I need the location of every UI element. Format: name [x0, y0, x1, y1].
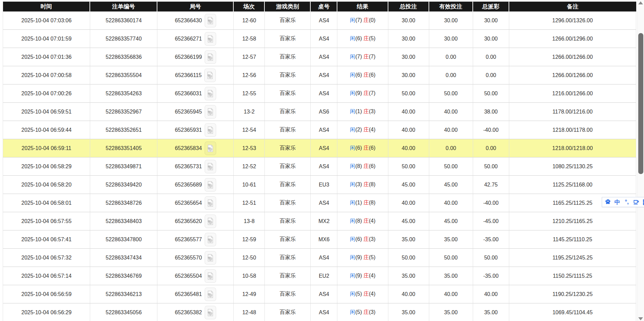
cell-total_bet[interactable]: 45.00 [388, 176, 429, 194]
cell-total_bet[interactable]: 45.00 [388, 212, 429, 230]
table-row[interactable]: 2025-10-04 06:59:51522863352967652365945… [3, 103, 636, 121]
cell-time: 2025-10-04 06:58:29 [3, 157, 90, 176]
table-row[interactable]: 2025-10-04 06:56:59522863346213652365481… [3, 285, 636, 303]
cell-remark: 1218.00/1178.00 [509, 121, 636, 139]
cell-session: 12-50 [234, 249, 265, 267]
cell-round_id: 652365689 [157, 176, 234, 194]
video-replay-button[interactable] [205, 123, 216, 137]
cell-remark: 1150.25/1115.25 [509, 267, 636, 285]
chinese-mode-toggle[interactable]: 中 [614, 198, 621, 206]
cell-total_bet[interactable]: 50.00 [388, 157, 429, 176]
cell-table_no: AS4 [311, 84, 337, 103]
cell-session: 10-61 [234, 176, 265, 194]
cell-result: 闲(5) 庄(3) [337, 303, 388, 321]
player-result-label: 闲 [350, 108, 355, 114]
table-row[interactable]: 2025-10-04 06:56:29522863345056652365382… [3, 303, 636, 321]
cell-bet_id: 522863349871 [90, 157, 157, 176]
cell-total_bet[interactable]: 35.00 [388, 267, 429, 285]
table-row[interactable]: 2025-10-04 06:57:55522863348403652365620… [3, 212, 636, 230]
scroll-down-arrow-icon[interactable] [638, 317, 643, 320]
table-row[interactable]: 2025-10-04 06:57:41522863347800652365577… [3, 230, 636, 249]
cell-total_bet[interactable]: 40.00 [388, 194, 429, 212]
cell-total_bet[interactable]: 40.00 [388, 285, 429, 303]
tools-grid-icon[interactable] [642, 198, 644, 206]
banker-result-label: 庄 [363, 35, 369, 41]
round-id-value: 652365504 [175, 273, 202, 279]
video-replay-button[interactable] [205, 233, 216, 246]
table-row[interactable]: 2025-10-04 06:58:29522863349871652365731… [3, 157, 636, 176]
banker-result-label: 庄 [363, 291, 369, 297]
cell-session: 12-59 [234, 230, 265, 249]
vertical-scrollbar-thumb[interactable] [638, 33, 643, 174]
cell-session: 12-56 [234, 66, 265, 84]
table-row[interactable]: 2025-10-04 07:03:06522863360174652366430… [3, 11, 636, 30]
cell-total_bet[interactable]: 35.00 [388, 303, 429, 321]
cell-remark: 1216.00/1266.00 [509, 84, 636, 103]
table-row[interactable]: 2025-10-04 06:59:11522863351405652365834… [3, 139, 636, 157]
cell-total_bet[interactable]: 30.00 [388, 48, 429, 66]
video-replay-button[interactable] [205, 14, 216, 27]
cell-table_no: AS4 [311, 139, 337, 157]
cell-total_bet[interactable]: 35.00 [388, 230, 429, 249]
cell-payout: 42.75 [473, 176, 509, 194]
video-replay-button[interactable] [205, 306, 216, 319]
round-id-value: 652365945 [175, 109, 202, 115]
player-result-label: 闲 [350, 181, 355, 187]
video-replay-button[interactable] [205, 160, 216, 173]
player-result-label: 闲 [350, 17, 355, 23]
cell-total_bet[interactable]: 30.00 [388, 30, 429, 48]
cell-remark: 1195.25/1245.25 [509, 249, 636, 267]
scroll-up-arrow-icon[interactable] [638, 1, 643, 4]
cell-round_id: 652365654 [157, 194, 234, 212]
table-row[interactable]: 2025-10-04 06:57:14522863346769652365504… [3, 267, 636, 285]
table-row[interactable]: 2025-10-04 06:57:32522863347434652365570… [3, 249, 636, 267]
cell-total_bet[interactable]: 30.00 [388, 11, 429, 30]
video-replay-button[interactable] [205, 178, 216, 192]
vertical-scrollbar-track[interactable] [637, 0, 644, 321]
column-header-valid_bet: 有效投注 [429, 2, 473, 11]
video-replay-button[interactable] [205, 50, 216, 64]
video-replay-button[interactable] [205, 215, 216, 228]
cell-remark: 1218.00/1218.00 [509, 139, 636, 157]
video-replay-button[interactable] [205, 105, 216, 119]
video-replay-button[interactable] [205, 269, 216, 283]
banker-result-label: 庄 [363, 273, 369, 278]
cell-time: 2025-10-04 06:56:29 [3, 303, 90, 321]
table-row[interactable]: 2025-10-04 06:58:20522863349420652365689… [3, 176, 636, 194]
input-board-icon[interactable] [633, 198, 640, 206]
cell-bet_id: 522863356836 [90, 48, 157, 66]
video-replay-button[interactable] [205, 196, 216, 210]
round-id-value: 652365481 [175, 291, 202, 297]
table-row[interactable]: 2025-10-04 06:58:01522863348726652365654… [3, 194, 636, 212]
cell-total_bet[interactable]: 50.00 [388, 84, 429, 103]
video-replay-button[interactable] [205, 288, 216, 301]
column-header-time: 时间 [3, 2, 90, 11]
cell-total_bet[interactable]: 30.00 [388, 66, 429, 84]
cell-payout: 35.00 [473, 303, 509, 321]
video-replay-button[interactable] [205, 251, 216, 265]
player-result-value: (9) [355, 90, 363, 96]
banker-result-value: (4) [369, 291, 376, 297]
table-row[interactable]: 2025-10-04 06:59:44522863352651652365931… [3, 121, 636, 139]
cell-bet_id: 522863349420 [90, 176, 157, 194]
video-replay-button[interactable] [204, 69, 216, 82]
cell-remark: 1178.00/1216.00 [509, 103, 636, 121]
round-id-value: 652366199 [175, 54, 202, 60]
column-header-round_id: 局号 [157, 2, 234, 11]
player-result-label: 闲 [350, 145, 355, 151]
cell-total_bet[interactable]: 40.00 [388, 139, 429, 157]
table-row[interactable]: 2025-10-04 07:01:36522863356836652366199… [3, 48, 636, 66]
video-replay-button[interactable] [205, 142, 216, 155]
table-row[interactable]: 2025-10-04 07:01:59522863357740652366271… [3, 30, 636, 48]
cell-total_bet[interactable]: 40.00 [388, 121, 429, 139]
video-replay-button[interactable] [205, 32, 216, 46]
cell-total_bet[interactable]: 40.00 [388, 103, 429, 121]
player-result-value: (7) [355, 17, 363, 23]
player-result-label: 闲 [350, 72, 355, 78]
cell-total_bet[interactable]: 50.00 [388, 249, 429, 267]
table-row[interactable]: 2025-10-04 07:00:58522863355504652366115… [3, 66, 636, 84]
table-row[interactable]: 2025-10-04 07:00:26522863354263652366031… [3, 84, 636, 103]
video-replay-button[interactable] [205, 87, 216, 100]
baidu-paw-icon[interactable] [604, 198, 612, 206]
punctuation-mode-toggle[interactable]: °, [623, 198, 630, 206]
